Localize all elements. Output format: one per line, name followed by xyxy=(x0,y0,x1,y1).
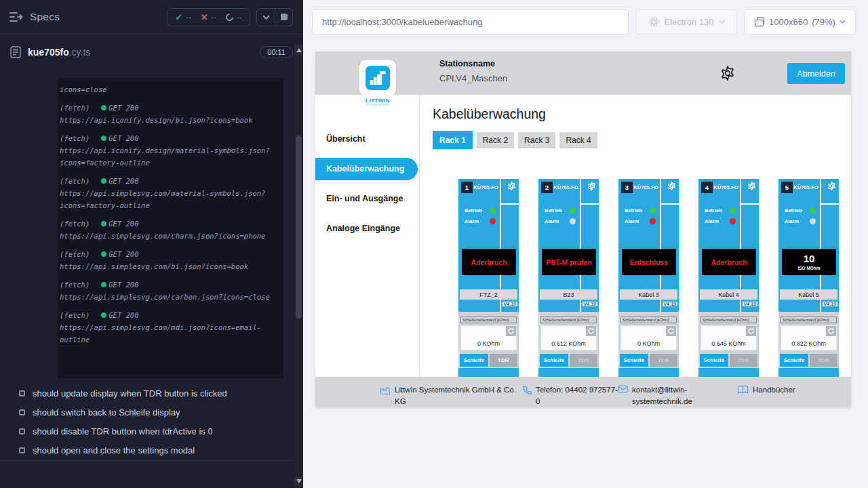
sidebar-item[interactable]: Kabelüberwachung xyxy=(315,158,418,180)
schleife-button[interactable]: Schleife xyxy=(780,354,808,367)
sidebar-item[interactable]: Ein- und Ausgänge xyxy=(315,184,419,214)
test-title: should switch back to Schleife display xyxy=(33,407,180,418)
logo-subtext: SYSTEMTECHNIK xyxy=(358,104,397,106)
log-entry[interactable]: (fetch)GET 200https://api.simplesvg.com/… xyxy=(60,279,274,303)
settings-gear-icon[interactable] xyxy=(719,64,736,82)
footer-manuals[interactable]: Handbücher xyxy=(737,384,795,396)
running-icon xyxy=(224,12,235,22)
measurement-box: 0 KOhm xyxy=(620,325,677,350)
rack-tab[interactable]: Rack 4 xyxy=(559,132,597,148)
refresh-icon[interactable] xyxy=(666,326,676,336)
phone-icon xyxy=(521,385,532,395)
specs-label[interactable]: Specs xyxy=(30,11,60,23)
test-item[interactable]: should disable TDR button when tdrActive… xyxy=(0,422,294,441)
scroll-down-arrow[interactable] xyxy=(294,476,303,487)
measurement-value: 0 KOhm xyxy=(461,340,516,347)
reporter-scrollbar[interactable] xyxy=(294,43,303,488)
mode-buttons: SchleifeTDR xyxy=(700,354,757,367)
firmware-version: V4.19 xyxy=(743,302,757,306)
device-settings-icon[interactable] xyxy=(827,181,837,191)
device-model: KÜ705-FO xyxy=(472,184,500,190)
log-entry[interactable]: (fetch)GET 200https://api.simplesvg.com/… xyxy=(60,248,274,272)
test-state-icon xyxy=(19,428,25,434)
log-entry[interactable]: (fetch)GET 200https://api.simplesvg.com/… xyxy=(60,309,274,346)
sidebar-item-label: Kabelüberwachung xyxy=(326,164,404,174)
footer-company: Littwin Systemtechnik GmbH & Co. KG xyxy=(380,384,517,407)
schleife-button[interactable]: Schleife xyxy=(620,354,648,367)
device-card: 3KÜ705-FOBetriebAlarmErdschlussKabel 3V4… xyxy=(618,179,679,377)
sidebar-item[interactable]: Analoge Eingänge xyxy=(315,214,419,243)
pending-count: -- xyxy=(237,13,242,21)
refresh-icon[interactable] xyxy=(746,326,756,336)
device-settings-icon[interactable] xyxy=(747,181,757,191)
station-label: Stationsname xyxy=(439,59,507,68)
logo-text: LITTWIN xyxy=(358,98,397,104)
schleife-button[interactable]: Schleife xyxy=(700,354,728,367)
test-item[interactable]: should switch back to Schleife display xyxy=(0,403,294,422)
tdr-button[interactable]: TDR xyxy=(730,354,758,367)
test-state-icon xyxy=(19,390,25,396)
device-settings-icon[interactable] xyxy=(587,181,597,191)
stat-passed: ✓-- xyxy=(175,12,191,22)
log-method: (fetch) xyxy=(60,177,90,185)
cable-name: Kabel 5 xyxy=(780,289,837,300)
log-entry[interactable]: (fetch)GET 200https://api.simplesvg.com/… xyxy=(60,218,274,242)
status-display: 10ISO MOhm xyxy=(782,249,836,275)
schleife-button[interactable]: Schleife xyxy=(540,354,568,367)
cypress-reporter-panel: Specs ✓-- ✕-- -- kue705fo .cy.ts 00:11 i… xyxy=(0,0,303,488)
measurement-box: 0.645 KOhm xyxy=(701,325,757,350)
test-item[interactable]: should open and close the settings modal xyxy=(0,441,294,460)
rack-tab[interactable]: Rack 1 xyxy=(433,131,473,149)
test-stats: ✓-- ✕-- -- xyxy=(167,8,250,26)
alarm-message: Aderbruch xyxy=(471,258,507,266)
log-entry[interactable]: (fetch)GET 200https://api.iconify.design… xyxy=(60,132,274,169)
logout-button[interactable]: Abmelden xyxy=(787,63,845,84)
tdr-button[interactable]: TDR xyxy=(810,354,838,367)
log-entry[interactable]: icons=close xyxy=(60,83,274,96)
firmware-version: V4.19 xyxy=(502,302,517,306)
browser-selector[interactable]: Electron 130 xyxy=(635,9,737,35)
measurement-value: 0.645 KOhm xyxy=(701,340,756,347)
betrieb-row: Betrieb xyxy=(545,207,576,214)
app-body: ÜbersichtKabelüberwachungEin- und Ausgän… xyxy=(315,95,851,407)
refresh-icon[interactable] xyxy=(506,326,516,336)
scrollbar-thumb[interactable] xyxy=(296,136,302,319)
schleife-button[interactable]: Schleife xyxy=(460,354,488,367)
alarm-led xyxy=(730,218,736,224)
tdr-button[interactable]: TDR xyxy=(650,354,678,367)
footer-phone-text: Telefon: 04402 972577-0 xyxy=(536,384,618,407)
log-method: (fetch) xyxy=(60,134,90,142)
specs-menu-icon[interactable] xyxy=(9,12,23,22)
collapse-all-button[interactable] xyxy=(257,9,275,26)
refresh-icon[interactable] xyxy=(586,326,596,336)
alarm-row: Alarm xyxy=(465,218,496,224)
scroll-up-arrow[interactable] xyxy=(294,45,303,56)
log-method: (fetch) xyxy=(60,311,90,319)
viewport-selector[interactable]: 1000x660 (79%) xyxy=(744,9,856,35)
log-entry[interactable]: (fetch)GET 200https://api.simplesvg.com/… xyxy=(60,175,274,211)
spec-file-row[interactable]: kue705fo .cy.ts 00:11 xyxy=(0,35,303,69)
spec-timer-badge: 00:11 xyxy=(260,46,293,58)
url-input[interactable]: http://localhost:3000/kabelueberwachung xyxy=(312,9,629,35)
rack-tab[interactable]: Rack 3 xyxy=(518,132,555,148)
sidebar-item[interactable]: Übersicht xyxy=(315,124,419,154)
tdr-button[interactable]: TDR xyxy=(570,354,598,367)
refresh-icon[interactable] xyxy=(826,326,836,336)
stop-icon xyxy=(281,14,288,20)
log-entry[interactable]: (fetch)GET 200https://api.iconify.design… xyxy=(60,102,274,126)
status-display: PST-M prüfen xyxy=(542,249,596,275)
test-item[interactable]: should update display when TDR button is… xyxy=(0,384,294,403)
tdr-button[interactable]: TDR xyxy=(490,354,518,367)
device-settings-icon[interactable] xyxy=(667,181,677,191)
alarm-row: Alarm xyxy=(545,218,576,224)
rack-tab[interactable]: Rack 2 xyxy=(477,132,514,148)
status-ok-dot xyxy=(101,282,106,287)
cable-name: Kabel 4 xyxy=(700,289,757,300)
log-method: (fetch) xyxy=(60,250,90,258)
device-settings-icon[interactable] xyxy=(507,181,517,191)
device-number: 4 xyxy=(701,182,713,193)
stop-button[interactable] xyxy=(275,9,292,26)
measurement-label: Schleifenwiderstand [kOhm] xyxy=(540,317,597,323)
log-url: https://api.simplesvg.com/bi.json?icons=… xyxy=(60,260,274,272)
betrieb-led xyxy=(650,207,656,214)
